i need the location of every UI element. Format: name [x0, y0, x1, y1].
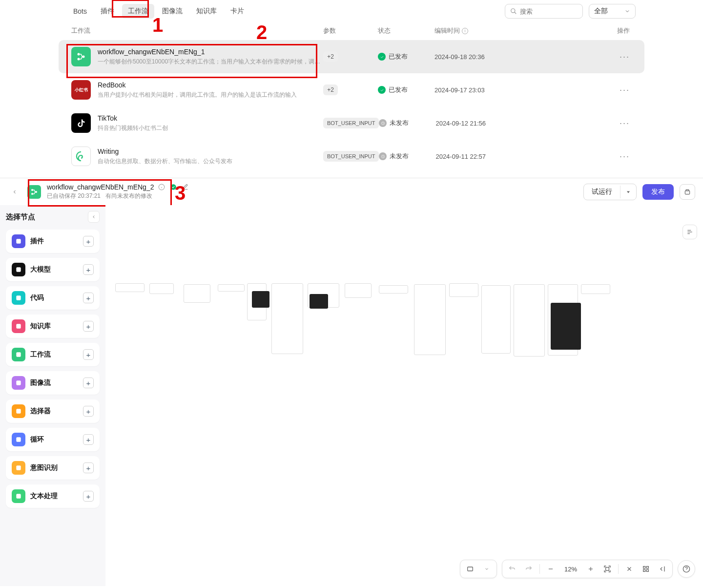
align-button[interactable]: [657, 563, 668, 575]
back-button[interactable]: [8, 185, 21, 199]
row-time: 2024-09-11 22:57: [435, 153, 486, 160]
clock-icon: [379, 152, 387, 160]
table-row[interactable]: Writing自动化信息抓取、数据分析、写作输出、公众号发布BOT_USER_I…: [59, 140, 644, 173]
autosave-text: 已自动保存 20:37:21: [47, 192, 101, 200]
node-label: 意图识别: [30, 463, 58, 472]
node-label: 文本处理: [30, 492, 58, 501]
th-actions: 操作: [527, 26, 632, 35]
svg-point-2: [78, 53, 80, 56]
node-type-icon: [12, 348, 25, 361]
canvas-layout-button[interactable]: [682, 225, 697, 239]
node-card[interactable]: 循环+: [6, 428, 100, 451]
th-status: 状态: [378, 26, 434, 35]
canvas-node-thumbnail: [218, 284, 245, 292]
table-row[interactable]: workflow_changwENbEN_mENg_1一个能够创作5000至10…: [59, 40, 644, 73]
row-desc: 自动化信息抓取、数据分析、写作输出、公众号发布: [98, 157, 323, 166]
row-actions-button[interactable]: ···: [620, 118, 630, 128]
canvas-node-thumbnail: [551, 303, 581, 350]
param-badge: BOT_USER_INPUT: [323, 118, 379, 128]
node-add-button[interactable]: +: [83, 349, 94, 360]
zoom-out-button[interactable]: [545, 563, 557, 575]
node-card[interactable]: 文本处理+: [6, 484, 100, 508]
row-actions-button[interactable]: ···: [620, 151, 630, 161]
trial-run-button[interactable]: 试运行: [583, 184, 637, 200]
node-add-button[interactable]: +: [83, 462, 94, 473]
row-actions-button[interactable]: ···: [620, 85, 630, 95]
node-card[interactable]: 代码+: [6, 286, 100, 310]
info-icon[interactable]: [158, 183, 165, 191]
workflow-icon: 小红书: [71, 80, 91, 100]
workflow-canvas[interactable]: 12%: [105, 205, 703, 586]
search-input[interactable]: [520, 8, 578, 15]
table-row[interactable]: 小红书RedBook当用户提到小红书相关问题时，调用此工作流。用户的输入是该工作…: [59, 73, 644, 106]
tab-workflows[interactable]: 工作流: [122, 4, 154, 19]
tab-knowledge[interactable]: 知识库: [190, 4, 223, 19]
canvas-node-thumbnail: [271, 283, 303, 354]
chevron-down-icon[interactable]: [481, 563, 493, 575]
table-row[interactable]: TikTok抖音热门视频转小红书二创BOT_USER_INPUT未发布2024-…: [59, 106, 644, 140]
svg-rect-19: [16, 295, 21, 300]
tab-plugins[interactable]: 插件: [95, 4, 120, 19]
svg-rect-17: [16, 239, 21, 243]
canvas-node-thumbnail: [481, 285, 511, 354]
node-card[interactable]: 知识库+: [6, 315, 100, 338]
node-label: 代码: [30, 294, 44, 302]
tab-bots[interactable]: Bots: [67, 4, 93, 18]
expand-button[interactable]: [680, 184, 695, 200]
svg-point-9: [35, 191, 37, 193]
node-palette: 选择节点 插件+ 大模型+ 代码+ 知识库+ 工作流+ 图像流+ 选择器+ 循环…: [0, 205, 105, 586]
redo-button[interactable]: [523, 563, 535, 575]
node-label: 大模型: [30, 265, 51, 274]
node-add-button[interactable]: +: [83, 378, 94, 388]
node-card[interactable]: 工作流+: [6, 343, 100, 366]
help-button[interactable]: [678, 560, 695, 578]
node-card[interactable]: 意图识别+: [6, 456, 100, 480]
workflow-icon: [27, 185, 41, 199]
param-badge: +2: [323, 84, 338, 95]
svg-point-7: [31, 189, 33, 191]
node-type-icon: [12, 376, 25, 390]
fit-view-button[interactable]: [601, 563, 613, 575]
palette-collapse-button[interactable]: [88, 211, 100, 223]
svg-rect-24: [16, 437, 21, 441]
row-actions-button[interactable]: ···: [620, 52, 630, 62]
node-add-button[interactable]: +: [83, 406, 94, 417]
svg-point-8: [31, 193, 33, 195]
tabs-row: Bots 插件 工作流 图像流 知识库 卡片 全部: [59, 0, 644, 21]
canvas-node-thumbnail: [414, 284, 446, 355]
svg-rect-34: [606, 567, 609, 571]
filter-select[interactable]: 全部: [589, 4, 636, 19]
row-desc: 当用户提到小红书相关问题时，调用此工作流。用户的输入是该工作流的输入: [98, 91, 323, 99]
node-add-button[interactable]: +: [83, 264, 94, 275]
node-shape-button[interactable]: [464, 563, 476, 575]
th-name: 工作流: [71, 26, 323, 35]
node-card[interactable]: 插件+: [6, 230, 100, 253]
node-add-button[interactable]: +: [83, 293, 94, 303]
node-card[interactable]: 图像流+: [6, 371, 100, 395]
th-time: 编辑时间i: [434, 26, 527, 35]
node-add-button[interactable]: +: [83, 434, 94, 445]
trial-run-dropdown[interactable]: [620, 186, 636, 198]
svg-rect-38: [646, 567, 648, 568]
node-add-button[interactable]: +: [83, 236, 94, 247]
tab-cards[interactable]: 卡片: [225, 4, 250, 19]
zoom-in-button[interactable]: [585, 563, 597, 575]
canvas-node-thumbnail: [514, 284, 545, 357]
node-add-button[interactable]: +: [83, 491, 94, 502]
close-toolbar-button[interactable]: [623, 563, 635, 575]
svg-marker-14: [627, 191, 630, 193]
undo-button[interactable]: [506, 563, 518, 575]
node-card[interactable]: 选择器+: [6, 399, 100, 423]
svg-point-3: [78, 58, 80, 61]
canvas-node-thumbnail: [310, 294, 328, 309]
grid-button[interactable]: [640, 563, 652, 575]
node-card[interactable]: 大模型+: [6, 258, 100, 281]
canvas-node-thumbnail: [149, 283, 174, 294]
node-add-button[interactable]: +: [83, 321, 94, 332]
svg-rect-20: [16, 324, 21, 328]
svg-rect-21: [16, 352, 21, 357]
publish-button[interactable]: 发布: [642, 184, 674, 200]
svg-point-4: [83, 56, 85, 58]
search-input-wrap[interactable]: [505, 4, 583, 19]
svg-rect-15: [685, 190, 689, 194]
